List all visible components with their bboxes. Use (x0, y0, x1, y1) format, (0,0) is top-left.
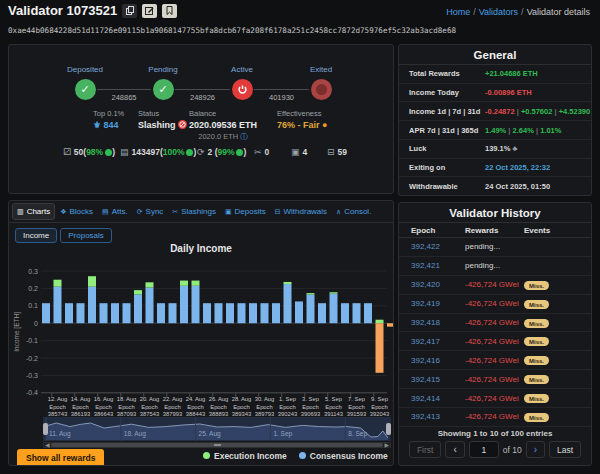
general-row-value: -0.00896 ETH (485, 88, 532, 97)
general-row-value: -0.24872 | +0.57602 | +4.52390 (485, 107, 590, 116)
history-reward: -426,724 GWei (465, 394, 524, 403)
history-row: 392,415-426,724 GWeiMiss. (399, 370, 591, 389)
show-all-rewards-button[interactable]: Show all rewards (17, 449, 104, 466)
history-epoch-link[interactable]: 392,416 (399, 356, 465, 365)
history-epoch-link[interactable]: 392,415 (399, 375, 465, 384)
pagination-first-button[interactable]: First (409, 441, 442, 458)
tab-atts[interactable]: ▤Atts. (98, 204, 132, 219)
svg-text:1. Sep: 1. Sep (279, 396, 296, 402)
history-epoch-link[interactable]: 392,417 (399, 337, 465, 346)
history-events: Miss. (524, 394, 591, 403)
general-card: General Total Rewards+21.04686 ETHIncome… (398, 44, 592, 196)
history-epoch-link[interactable]: 392,413 (399, 412, 465, 421)
lifecycle-epoch-number: 401930 (252, 93, 312, 102)
history-epoch-link[interactable]: 392,418 (399, 318, 465, 327)
history-reward: -426,724 GWei (465, 337, 524, 346)
tab-deposits[interactable]: ▣Deposits (221, 204, 270, 219)
svg-text:25. Aug: 25. Aug (199, 430, 221, 438)
svg-text:0: 0 (34, 320, 38, 327)
miss-badge: Miss. (524, 281, 549, 290)
balance-value: 2020.09536 ETH (189, 120, 257, 130)
withdrawals-icon: ⊟ (327, 147, 335, 157)
counter-dice: ⚂50(98%) (63, 147, 115, 157)
svg-text:Epoch: Epoch (371, 404, 387, 410)
page-title: Validator 1073521 (8, 3, 117, 18)
history-epoch-link[interactable]: 392,419 (399, 299, 465, 308)
tab-sync[interactable]: ⟳Sync (133, 204, 168, 219)
history-row: 392,418-426,724 GWeiMiss. (399, 314, 591, 333)
history-epoch-link[interactable]: 392,422 (399, 242, 465, 251)
entries-summary: Showing 1 to 10 of 100 entries (399, 429, 591, 438)
chart-bar-icon: ▥ (17, 208, 24, 216)
breadcrumb-separator: / (521, 7, 524, 17)
svg-text:1. Sep: 1. Sep (273, 430, 292, 438)
blocks-icon: ▣ (291, 147, 300, 157)
tab-charts[interactable]: ▥Charts (12, 203, 55, 220)
lifecycle-step-pending-icon: ✓ (153, 79, 174, 100)
validator-pubkey[interactable]: 0xae44b0684228d51d11726e09115b1a90681477… (8, 26, 456, 35)
pagination-page-input[interactable]: 1 (469, 441, 499, 458)
cubes-icon: ❖ (60, 208, 66, 216)
svg-text:0.3: 0.3 (28, 268, 38, 275)
legend-dot (203, 452, 210, 459)
lifecycle-step-label: Pending (133, 65, 193, 74)
chart-scrollbar[interactable]: ◀ ▶ (43, 442, 391, 448)
history-table-header: EpochRewardsEvents (399, 223, 591, 238)
copy-button[interactable] (122, 4, 137, 18)
subtab-proposals[interactable]: Proposals (60, 228, 112, 243)
bookmark-button[interactable] (162, 4, 177, 18)
breadcrumb-item[interactable]: Validators (479, 7, 518, 17)
svg-text:8. Sep: 8. Sep (348, 430, 367, 438)
pagination-prev-button[interactable]: ‹ (445, 441, 464, 458)
history-reward: -426,724 GWei (465, 356, 524, 365)
general-row-value: 22 Oct 2025, 22:32 (485, 163, 550, 172)
svg-text:20. Aug: 20. Aug (140, 396, 160, 402)
history-row: 392,422pending... (399, 238, 591, 257)
history-events: Miss. (524, 337, 591, 346)
history-reward: -426,724 GWei (465, 318, 524, 327)
lifecycle-step-exited-icon (311, 79, 332, 100)
subtab-income[interactable]: Income (15, 228, 57, 243)
tab-withdrawals[interactable]: ⊟Withdrawals (271, 204, 331, 219)
counter-blocks: ▣4 (291, 147, 307, 157)
lifecycle-step-label: Deposited (55, 65, 115, 74)
general-row-label: Withdrawable (409, 182, 485, 191)
history-row: 392,416-426,724 GWeiMiss. (399, 351, 591, 370)
scrollbar-grip (214, 444, 221, 446)
rank-label: Top 0.1% (93, 109, 124, 118)
tab-slashings[interactable]: ✂Slashings (168, 204, 220, 219)
history-epoch-link[interactable]: 392,421 (399, 261, 465, 270)
history-epoch-link[interactable]: 392,414 (399, 394, 465, 403)
miss-badge: Miss. (524, 337, 549, 346)
history-epoch-link[interactable]: 392,420 (399, 280, 465, 289)
svg-text:7. Sep: 7. Sep (348, 396, 365, 402)
tab-blocks[interactable]: ❖Blocks (56, 204, 97, 219)
edit-button[interactable] (142, 4, 157, 18)
svg-text:0.2: 0.2 (28, 285, 38, 292)
chart-navigator[interactable]: 11. Aug18. Aug25. Aug1. Sep8. Sep (43, 417, 391, 441)
history-col-events: Events (524, 226, 591, 235)
history-events: Miss. (524, 318, 591, 327)
general-row-label: Income 1d | 7d | 31d (409, 107, 485, 116)
tab-consol[interactable]: ∧Consol. (332, 204, 375, 219)
rank-value: ⚜ 844 (93, 120, 124, 130)
scroll-left-icon[interactable]: ◀ (45, 441, 50, 448)
svg-text:-0.2: -0.2 (26, 355, 38, 362)
history-reward: -426,724 GWei (465, 280, 524, 289)
status-label: Status (138, 109, 187, 118)
general-row: APR 7d | 31d | 365d1.49% | 2.64% | 1.01% (399, 121, 591, 140)
general-row-label: Total Rewards (409, 69, 485, 78)
history-row: 392,413-426,724 GWeiMiss. (399, 408, 591, 427)
svg-text:Epoch: Epoch (256, 404, 272, 410)
scrollbar-thumb[interactable] (51, 443, 383, 447)
pagination-next-button[interactable]: › (526, 441, 545, 458)
svg-text:Epoch: Epoch (325, 404, 341, 410)
effectiveness: Effectiveness76% - Fair ● (277, 109, 327, 130)
svg-text:26. Aug: 26. Aug (209, 396, 229, 402)
general-row: Income Today-0.00896 ETH (399, 84, 591, 103)
scroll-right-icon[interactable]: ▶ (384, 441, 389, 448)
miss-badge: Miss. (524, 375, 549, 384)
slash-circle-icon (178, 120, 187, 129)
breadcrumb-item[interactable]: Home (446, 7, 470, 17)
pagination-last-button[interactable]: Last (549, 441, 581, 458)
